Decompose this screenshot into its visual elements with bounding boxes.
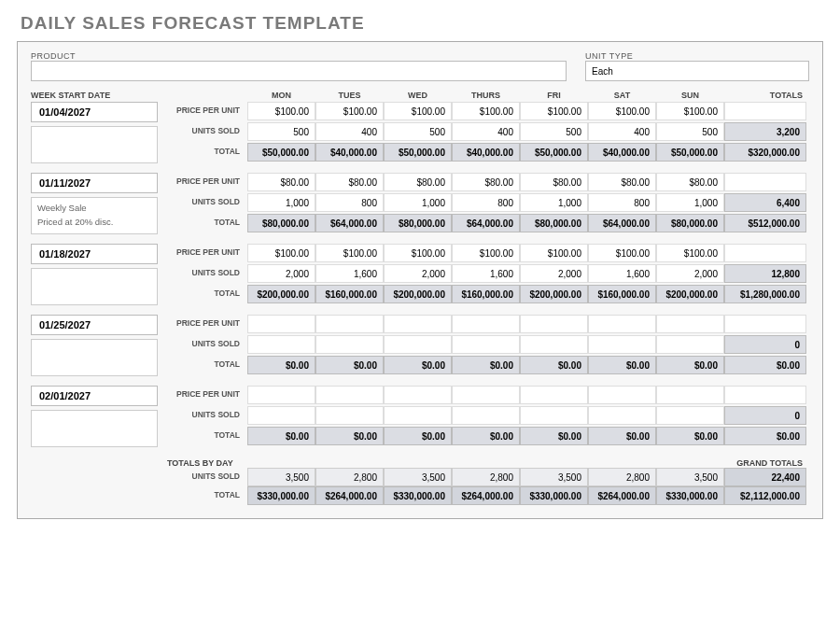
- units-cell[interactable]: [588, 335, 656, 354]
- ppu-cell[interactable]: $100.00: [384, 244, 452, 262]
- units-cell[interactable]: [656, 335, 724, 354]
- units-cell[interactable]: 2,000: [656, 264, 724, 283]
- ppu-cell[interactable]: $80.00: [588, 173, 656, 191]
- ppu-cell[interactable]: $100.00: [588, 102, 656, 120]
- units-cell[interactable]: 800: [452, 193, 520, 212]
- ppu-cell[interactable]: $100.00: [452, 102, 520, 120]
- ppu-cell[interactable]: [656, 315, 724, 333]
- units-cell[interactable]: [452, 335, 520, 354]
- total-cell: $0.00: [520, 356, 588, 374]
- ppu-cell[interactable]: [588, 315, 656, 333]
- ppu-cell[interactable]: [520, 315, 588, 333]
- ppu-cell[interactable]: $80.00: [384, 173, 452, 191]
- units-cell[interactable]: [247, 406, 315, 425]
- grand-total-sat: $264,000.00: [588, 486, 656, 505]
- units-cell[interactable]: 2,000: [247, 264, 315, 283]
- ppu-cell[interactable]: $80.00: [656, 173, 724, 191]
- total-cell: $40,000.00: [452, 143, 520, 162]
- grand-total-fri: $330,000.00: [520, 486, 588, 505]
- total-cell: $80,000.00: [384, 214, 452, 232]
- ppu-cell[interactable]: $100.00: [588, 244, 656, 262]
- units-cell[interactable]: 400: [588, 122, 656, 141]
- ppu-cell[interactable]: $100.00: [247, 244, 315, 262]
- product-input[interactable]: [31, 61, 567, 81]
- units-cell[interactable]: 1,000: [520, 193, 588, 212]
- header-thurs: THURS: [452, 91, 520, 100]
- ppu-cell[interactable]: [384, 315, 452, 333]
- units-cell[interactable]: 1,600: [452, 264, 520, 283]
- total-cell: $0.00: [247, 356, 315, 374]
- units-cell[interactable]: [520, 406, 588, 425]
- ppu-cell[interactable]: $100.00: [452, 244, 520, 262]
- page-title: DAILY SALES FORECAST TEMPLATE: [0, 0, 840, 41]
- week-notes-input[interactable]: [31, 410, 158, 447]
- units-cell[interactable]: [247, 335, 315, 354]
- ppu-cell[interactable]: [247, 386, 315, 404]
- units-cell[interactable]: 500: [520, 122, 588, 141]
- units-cell[interactable]: 2,000: [384, 264, 452, 283]
- units-cell[interactable]: 2,000: [520, 264, 588, 283]
- units-cell[interactable]: 1,600: [588, 264, 656, 283]
- units-cell[interactable]: [315, 335, 384, 354]
- ppu-cell[interactable]: $100.00: [520, 244, 588, 262]
- week-block: 01/11/2027Weekly SalePriced at 20% disc.…: [31, 173, 809, 234]
- ppu-cell[interactable]: [315, 315, 384, 333]
- units-cell[interactable]: [315, 406, 384, 425]
- grand-units-sat: 2,800: [588, 468, 656, 486]
- ppu-cell[interactable]: $80.00: [247, 173, 315, 191]
- units-cell[interactable]: 800: [315, 193, 384, 212]
- units-cell[interactable]: 400: [452, 122, 520, 141]
- ppu-cell[interactable]: $100.00: [384, 102, 452, 120]
- units-cell[interactable]: [452, 406, 520, 425]
- ppu-cell[interactable]: $80.00: [315, 173, 384, 191]
- total-cell: $0.00: [452, 427, 520, 445]
- ppu-cell[interactable]: [588, 386, 656, 404]
- ppu-cell[interactable]: $100.00: [656, 244, 724, 262]
- units-cell[interactable]: 1,000: [656, 193, 724, 212]
- week-date-input[interactable]: 01/04/2027: [31, 102, 158, 122]
- grand-total-label: TOTAL: [167, 486, 247, 505]
- unit-type-input[interactable]: [585, 61, 809, 81]
- ppu-cell[interactable]: $100.00: [315, 102, 384, 120]
- units-cell[interactable]: 1,000: [384, 193, 452, 212]
- ppu-cell[interactable]: $80.00: [452, 173, 520, 191]
- week-date-input[interactable]: 01/18/2027: [31, 244, 158, 264]
- units-cell[interactable]: [384, 335, 452, 354]
- ppu-cell[interactable]: $80.00: [520, 173, 588, 191]
- week-notes-input[interactable]: [31, 268, 158, 305]
- ppu-cell[interactable]: [384, 386, 452, 404]
- header-week-start: WEEK START DATE: [31, 91, 167, 100]
- ppu-cell[interactable]: [520, 386, 588, 404]
- units-cell[interactable]: 800: [588, 193, 656, 212]
- units-cell[interactable]: [384, 406, 452, 425]
- week-notes-input[interactable]: Weekly SalePriced at 20% disc.: [31, 197, 158, 234]
- units-cell[interactable]: [520, 335, 588, 354]
- ppu-cell[interactable]: [656, 386, 724, 404]
- ppu-cell[interactable]: [247, 315, 315, 333]
- total-cell: $64,000.00: [315, 214, 384, 232]
- units-cell[interactable]: 400: [315, 122, 384, 141]
- units-cell[interactable]: [656, 406, 724, 425]
- units-cell[interactable]: 500: [384, 122, 452, 141]
- header-tues: TUES: [315, 91, 384, 100]
- week-notes-input[interactable]: [31, 339, 158, 376]
- ppu-cell[interactable]: $100.00: [247, 102, 315, 120]
- units-cell[interactable]: 500: [656, 122, 724, 141]
- ppu-cell[interactable]: $100.00: [520, 102, 588, 120]
- week-date-input[interactable]: 01/11/2027: [31, 173, 158, 193]
- week-notes-input[interactable]: [31, 126, 158, 163]
- grand-units-fri: 3,500: [520, 468, 588, 486]
- ppu-cell[interactable]: $100.00: [315, 244, 384, 262]
- ppu-cell[interactable]: $100.00: [656, 102, 724, 120]
- week-date-input[interactable]: 01/25/2027: [31, 315, 158, 335]
- total-cell: $0.00: [520, 427, 588, 445]
- week-date-input[interactable]: 02/01/2027: [31, 386, 158, 406]
- ppu-cell[interactable]: [452, 315, 520, 333]
- units-cell[interactable]: 1,600: [315, 264, 384, 283]
- ppu-cell[interactable]: [315, 386, 384, 404]
- grand-totals-label: GRAND TOTALS: [724, 458, 806, 468]
- units-cell[interactable]: 1,000: [247, 193, 315, 212]
- ppu-cell[interactable]: [452, 386, 520, 404]
- units-cell[interactable]: [588, 406, 656, 425]
- units-cell[interactable]: 500: [247, 122, 315, 141]
